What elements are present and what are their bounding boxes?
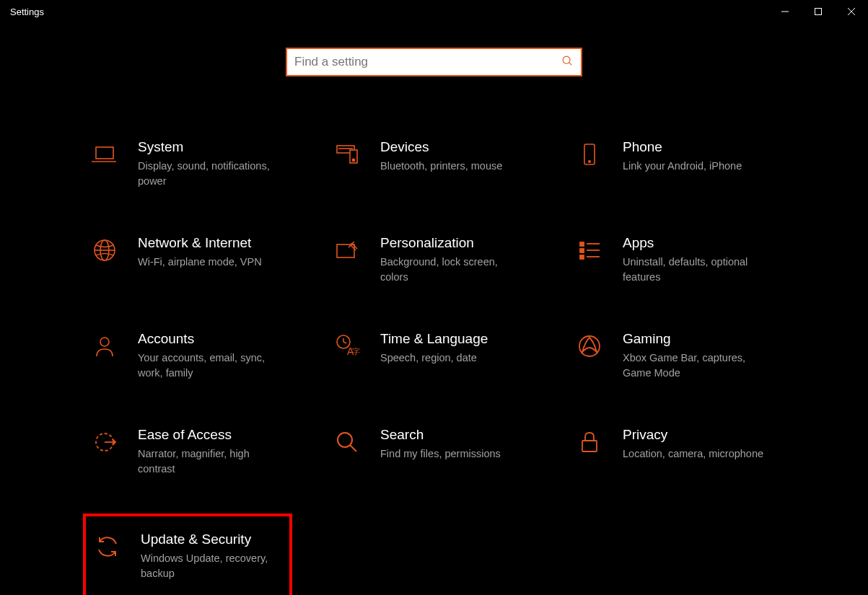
svg-rect-37 — [582, 441, 597, 451]
tile-system[interactable]: System Display, sound, notifications, po… — [83, 130, 292, 198]
tile-desc: Wi-Fi, airplane mode, VPN — [138, 255, 279, 270]
minimize-button[interactable] — [768, 0, 802, 23]
tile-search[interactable]: Search Find my files, permissions — [325, 418, 535, 486]
svg-rect-1 — [815, 9, 822, 15]
svg-line-36 — [350, 445, 356, 451]
svg-rect-6 — [96, 147, 113, 159]
tile-title: Privacy — [623, 426, 764, 444]
svg-point-4 — [563, 56, 570, 63]
tile-title: Phone — [623, 138, 764, 156]
tile-desc: Uninstall, defaults, optional features — [623, 255, 764, 285]
search-category-icon — [333, 428, 361, 457]
tile-desc: Your accounts, email, sync, work, family — [138, 351, 279, 381]
tile-title: Apps — [623, 234, 764, 252]
tile-network[interactable]: Network & Internet Wi-Fi, airplane mode,… — [83, 226, 292, 294]
settings-grid: System Display, sound, notifications, po… — [0, 130, 868, 595]
svg-rect-20 — [580, 242, 584, 246]
tile-desc: Xbox Game Bar, captures, Game Mode — [623, 351, 764, 381]
tile-apps[interactable]: Apps Uninstall, defaults, optional featu… — [568, 226, 777, 294]
tile-title: Gaming — [623, 330, 764, 348]
person-icon — [90, 332, 119, 361]
svg-point-10 — [352, 159, 354, 161]
tile-title: Ease of Access — [138, 426, 279, 444]
tile-ease-of-access[interactable]: Ease of Access Narrator, magnifier, high… — [83, 418, 292, 486]
tile-desc: Narrator, magnifier, high contrast — [138, 446, 279, 477]
tile-desc: Find my files, permissions — [380, 446, 522, 462]
tile-accounts[interactable]: Accounts Your accounts, email, sync, wor… — [83, 322, 292, 390]
tile-title: Devices — [380, 138, 522, 156]
tile-title: System — [138, 138, 279, 156]
svg-point-26 — [100, 338, 109, 346]
phone-icon — [575, 140, 604, 169]
search-icon — [561, 55, 574, 70]
tile-title: Search — [380, 426, 522, 444]
tile-desc: Bluetooth, printers, mouse — [380, 159, 522, 174]
tile-desc: Background, lock screen, colors — [380, 255, 522, 285]
window-title: Settings — [10, 6, 44, 17]
devices-icon — [333, 140, 361, 169]
tile-title: Time & Language — [380, 330, 522, 348]
tile-title: Accounts — [138, 330, 279, 348]
svg-rect-21 — [580, 249, 584, 252]
globe-icon — [90, 236, 119, 265]
maximize-button[interactable] — [802, 0, 835, 23]
tile-title: Personalization — [380, 234, 522, 252]
tile-phone[interactable]: Phone Link your Android, iPhone — [568, 130, 777, 198]
svg-point-13 — [589, 161, 590, 162]
tile-title: Update & Security — [141, 531, 276, 548]
window-controls — [768, 0, 868, 23]
lock-icon — [575, 428, 604, 457]
svg-line-5 — [569, 62, 572, 65]
tile-desc: Location, camera, microphone — [623, 446, 764, 462]
gaming-icon — [575, 332, 604, 361]
tile-title: Network & Internet — [138, 234, 279, 252]
tile-privacy[interactable]: Privacy Location, camera, microphone — [568, 418, 777, 486]
tile-personalization[interactable]: Personalization Background, lock screen,… — [325, 226, 535, 294]
svg-point-32 — [579, 336, 600, 356]
time-language-icon: A字 — [333, 332, 361, 361]
search-box[interactable] — [286, 48, 582, 76]
svg-line-29 — [343, 342, 346, 343]
ease-of-access-icon — [90, 428, 119, 457]
search-input[interactable] — [294, 49, 561, 75]
tile-update-security[interactable]: Update & Security Windows Update, recove… — [83, 514, 292, 595]
tile-devices[interactable]: Devices Bluetooth, printers, mouse — [325, 130, 535, 198]
svg-rect-22 — [580, 255, 584, 259]
close-button[interactable] — [835, 0, 868, 23]
personalization-icon — [333, 236, 361, 265]
tile-desc: Display, sound, notifications, power — [138, 159, 279, 189]
tile-desc: Link your Android, iPhone — [623, 159, 764, 174]
minimize-icon — [781, 7, 789, 16]
tile-desc: Windows Update, recovery, backup — [141, 551, 276, 581]
tile-desc: Speech, region, date — [380, 351, 522, 366]
titlebar: Settings — [0, 0, 868, 23]
tile-gaming[interactable]: Gaming Xbox Game Bar, captures, Game Mod… — [568, 322, 777, 390]
laptop-icon — [90, 140, 119, 169]
tile-time-language[interactable]: A字 Time & Language Speech, region, date — [325, 322, 535, 390]
apps-icon — [575, 236, 604, 265]
update-icon — [93, 532, 122, 561]
close-icon — [847, 7, 856, 16]
svg-text:字: 字 — [352, 347, 360, 356]
search-container — [0, 48, 868, 76]
maximize-icon — [814, 7, 823, 16]
